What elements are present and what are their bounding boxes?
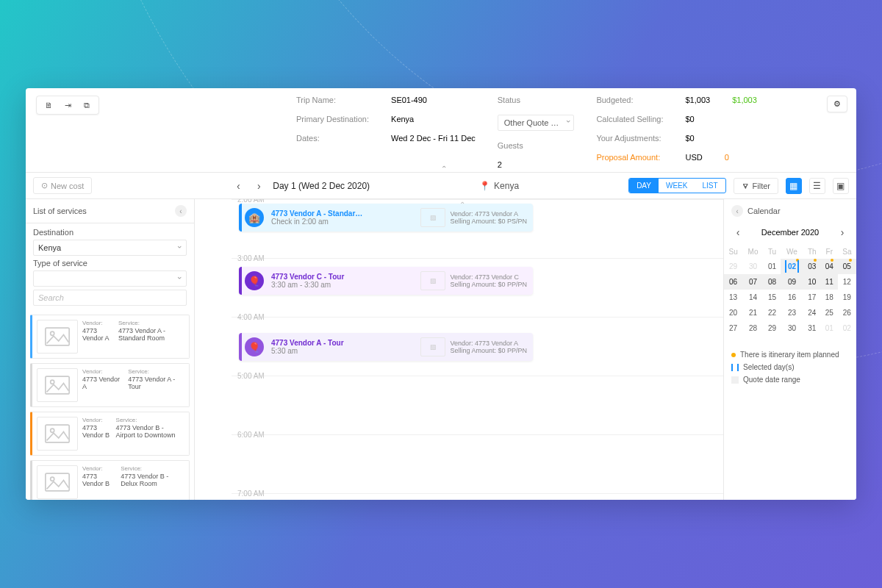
primary-dest-value: Kenya [391,115,476,123]
export-icon[interactable]: ⇥ [62,99,74,111]
collapse-calendar-icon[interactable]: › [731,205,743,217]
list-view-icon[interactable]: ☰ [809,178,825,194]
adjustments-label: Your Adjustments: [596,134,663,143]
collapse-sidebar-icon[interactable]: ‹ [175,205,187,217]
calendar-day[interactable]: 25 [821,305,838,320]
calendar-day[interactable]: 06 [724,274,742,290]
view-day-tab[interactable]: DAY [629,179,659,193]
prev-month-button[interactable]: ‹ [731,226,745,239]
sidebar-title: List of services [33,207,87,215]
calendar-day[interactable]: 10 [803,274,821,290]
primary-dest-label: Primary Destination: [296,115,369,123]
svg-rect-6 [46,473,69,491]
calendar-month: December 2020 [761,228,819,237]
calendar-day[interactable]: 13 [724,290,742,305]
svg-point-5 [51,429,54,432]
image-placeholder-icon [37,465,78,499]
new-cost-button[interactable]: ⊙ New cost [33,177,92,194]
calendar-day[interactable]: 27 [724,320,742,336]
calendar-day[interactable]: 14 [742,290,764,305]
calendar-day[interactable]: 09 [781,274,803,290]
balloon-icon: 🎈 [245,337,264,356]
proposal-currency: USD [686,153,703,162]
svg-rect-2 [46,376,69,394]
location-text: Kenya [494,181,519,191]
event-title: 4773 Vendor C - Tour [271,273,344,281]
guests-label: Guests [498,141,575,150]
calendar-day[interactable]: 26 [838,305,856,320]
next-month-button[interactable]: › [836,226,849,239]
timeline-event[interactable]: 🎈 4773 Vendor C - Tour 3:30 am - 3:30 am… [239,267,533,295]
calendar-day[interactable]: 02 [838,320,856,336]
calendar-day[interactable]: 23 [781,305,803,320]
filter-button[interactable]: ⛛ Filter [734,178,778,194]
calendar-day[interactable]: 21 [742,305,764,320]
budgeted-alt-value: $1,003 [732,96,757,104]
service-type-select[interactable] [33,270,187,287]
calendar-day[interactable]: 20 [724,305,742,320]
funnel-icon: ⛛ [742,182,750,190]
timeline-event[interactable]: 🏨 4773 Vendor A - Standar… Check in 2:00… [239,204,533,232]
calendar-day[interactable]: 24 [803,305,821,320]
budgeted-value: $1,003 [686,96,711,104]
day-title: Day 1 (Wed 2 Dec 2020) [273,181,370,191]
calendar-day[interactable]: 03 [803,259,821,274]
calendar-view-icon[interactable]: ▦ [786,178,802,194]
service-card[interactable]: Vendor:4773 Vendor BService:4773 Vendor … [30,412,190,456]
calendar-day[interactable]: 29 [764,320,781,336]
calendar-day[interactable]: 30 [781,320,803,336]
calendar-title: Calendar [747,207,781,215]
calendar-day[interactable]: 15 [764,290,781,305]
status-label: Status [498,96,575,104]
calendar-day[interactable]: 07 [742,274,764,290]
calendar-day[interactable]: 02 [781,259,803,274]
search-input[interactable]: Search [33,290,187,306]
image-placeholder-icon [37,320,78,354]
view-switch: DAY WEEK LIST [628,178,725,193]
calendar-day[interactable]: 01 [821,320,838,336]
calendar-day[interactable]: 08 [764,274,781,290]
hour-label: 7:00 AM [237,490,265,498]
settings-icon[interactable]: ⚙︎ [827,96,847,112]
dates-value: Wed 2 Dec - Fri 11 Dec [391,134,476,143]
event-subtitle: 5:30 am [271,347,344,355]
trip-header: 🗎 ⇥ ⧉ Trip Name: Primary Destination: Da… [26,88,856,173]
main-area: List of services ‹ Destination Kenya Typ… [26,199,856,500]
destination-label: Destination [33,228,187,237]
service-card[interactable]: Vendor:4773 Vendor AService:4773 Vendor … [30,363,190,407]
calendar-day[interactable]: 01 [764,259,781,274]
status-select[interactable]: Other Quote … [498,115,575,131]
collapse-header-icon[interactable]: ⌃ [441,165,447,173]
next-day-button[interactable]: › [252,179,265,193]
calendar-day[interactable]: 11 [821,274,838,290]
calendar-day[interactable]: 29 [724,259,742,274]
destination-select[interactable]: Kenya [33,240,187,256]
grid-view-icon[interactable]: ▣ [833,178,849,194]
hour-label: 5:00 AM [237,372,265,380]
event-subtitle: Check in 2:00 am [271,218,362,226]
timeline-event[interactable]: 🎈 4773 Vendor A - Tour 5:30 am ▧ Vendor:… [239,333,533,361]
calendar-day[interactable]: 22 [764,305,781,320]
trip-name-label: Trip Name: [296,96,369,104]
calendar-day[interactable]: 05 [838,259,856,274]
service-card[interactable]: Vendor:4773 Vendor AService:4773 Vendor … [30,315,190,359]
calendar-legend: There is itinerary item planned Selected… [724,343,856,391]
calendar-day[interactable]: 30 [742,259,764,274]
header-toolbar: 🗎 ⇥ ⧉ [36,96,99,115]
save-icon[interactable]: 🗎 [43,99,54,111]
hotel-icon: 🏨 [245,208,264,227]
view-list-tab[interactable]: LIST [695,179,725,193]
calendar-day[interactable]: 19 [838,290,856,305]
prev-day-button[interactable]: ‹ [232,179,245,193]
calendar-day[interactable]: 04 [821,259,838,274]
view-week-tab[interactable]: WEEK [659,179,695,193]
service-card[interactable]: Vendor:4773 Vendor BService:4773 Vendor … [30,460,190,500]
duplicate-icon[interactable]: ⧉ [81,99,93,111]
svg-point-1 [51,331,54,335]
calendar-day[interactable]: 16 [781,290,803,305]
calendar-day[interactable]: 18 [821,290,838,305]
calendar-day[interactable]: 31 [803,320,821,336]
calendar-day[interactable]: 28 [742,320,764,336]
calendar-day[interactable]: 17 [803,290,821,305]
calendar-day[interactable]: 12 [838,274,856,290]
